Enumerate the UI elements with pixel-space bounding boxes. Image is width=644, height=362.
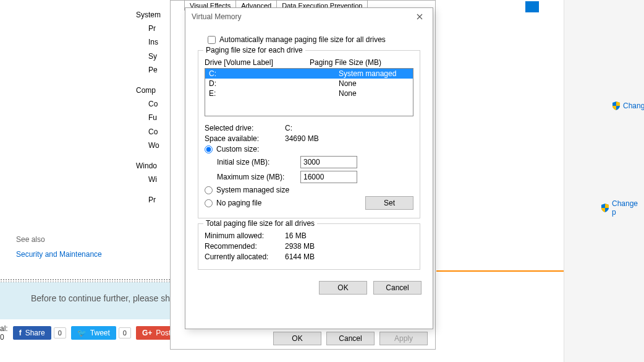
drive-row-d[interactable]: D: None [205, 79, 413, 88]
bg-item: Ins [136, 37, 161, 48]
bg-item: Fu [136, 112, 161, 124]
dialog-buttons: OK Cancel [185, 281, 433, 302]
space-available-value: 34690 MB [285, 134, 319, 143]
facebook-share-button[interactable]: fShare [13, 326, 51, 340]
selected-drive-value: C: [285, 124, 292, 132]
system-managed-label: System managed size [216, 186, 289, 194]
shield-icon [612, 101, 621, 110]
bg-item: Wo [136, 140, 161, 152]
bg-item: Sy [136, 51, 161, 62]
social-row: al: 0 fShare 0 🐦Tweet 0 G+Post [0, 319, 173, 347]
maximum-size-label: Maximum size (MB): [217, 173, 300, 181]
background-panel: System Pr Ins Sy Pe Comp Co Fu Co Wo Win… [0, 0, 173, 362]
no-paging-label: No paging file [216, 199, 261, 207]
security-maintenance-link[interactable]: Security and Maintenance [16, 250, 102, 259]
post-label: Post [156, 329, 171, 337]
drive-header-right: Paging File Size (MB) [310, 58, 381, 67]
total-paging-group-title: Total paging file size for all drives [203, 219, 317, 228]
bg-section-system: System [136, 9, 161, 21]
minimum-allowed-label: Minimum allowed: [205, 231, 285, 240]
virtual-memory-dialog: Virtual Memory Automatically manage pagi… [185, 7, 433, 329]
parent-cancel-button[interactable]: Cancel [326, 332, 375, 345]
drive-header-left: Drive [Volume Label] [205, 58, 310, 67]
social-prefix: al: 0 [0, 324, 8, 342]
bg-section-windo: Windo [136, 160, 161, 172]
bottom-banner: Before to continue further, please sh al… [0, 278, 173, 362]
custom-size-radio[interactable] [205, 145, 213, 153]
twitter-tweet-button[interactable]: 🐦Tweet [71, 326, 116, 340]
parent-ok-button[interactable]: OK [273, 332, 321, 345]
titlebar: Virtual Memory [185, 8, 433, 25]
initial-size-input[interactable] [300, 156, 357, 168]
recommended-label: Recommended: [205, 242, 285, 251]
set-button[interactable]: Set [365, 196, 413, 210]
custom-size-label: Custom size: [216, 145, 259, 153]
currently-allocated-row: Currently allocated: 6144 MB [205, 252, 413, 261]
change-link-2-label: Change p [612, 199, 644, 217]
drive-size: None [339, 89, 357, 98]
tweet-count: 0 [119, 327, 131, 338]
drive-row-e[interactable]: E: None [205, 88, 413, 98]
right-panel [564, 0, 644, 362]
orange-separator [436, 270, 564, 272]
currently-allocated-value: 6144 MB [285, 252, 315, 261]
maximum-size-input[interactable] [300, 171, 357, 183]
paging-file-group-title: Paging file size for each drive [203, 46, 305, 54]
total-paging-group: Total paging file size for all drives Mi… [198, 223, 420, 270]
share-label: Share [25, 329, 45, 337]
dialog-content: Automatically manage paging file size fo… [185, 25, 433, 281]
drive-header: Drive [Volume Label] Paging File Size (M… [205, 58, 413, 67]
currently-allocated-label: Currently allocated: [205, 252, 285, 261]
shield-icon [601, 204, 609, 212]
auto-manage-checkbox[interactable] [208, 36, 216, 44]
parent-dialog-buttons: OK Cancel Apply [273, 332, 428, 345]
cancel-button[interactable]: Cancel [373, 281, 422, 295]
background-sections: System Pr Ins Sy Pe Comp Co Fu Co Wo Win… [136, 9, 161, 208]
change-link-1-label: Chang [623, 101, 644, 110]
close-button[interactable] [413, 11, 426, 23]
share-count: 0 [54, 327, 66, 338]
drive-list[interactable]: C: System managed D: None E: None [205, 68, 413, 116]
drive-letter: C: [209, 69, 339, 78]
initial-size-row: Initial size (MB): [217, 156, 413, 168]
auto-manage-label: Automatically manage paging file size fo… [219, 35, 386, 44]
bg-item: Co [136, 126, 161, 138]
dialog-title: Virtual Memory [192, 12, 241, 21]
system-managed-radio[interactable] [205, 186, 213, 194]
drive-size: System managed [339, 69, 396, 78]
close-icon [417, 14, 423, 20]
custom-size-radio-row: Custom size: [205, 145, 413, 153]
bg-item: Pe [136, 64, 161, 76]
no-paging-radio-row: No paging file Set [205, 196, 413, 210]
minimum-allowed-value: 16 MB [285, 231, 307, 240]
drive-size: None [339, 79, 357, 88]
change-link-2[interactable]: Change p [601, 199, 644, 217]
initial-size-label: Initial size (MB): [217, 158, 300, 166]
banner-text: Before to continue further, please sh [0, 282, 173, 319]
windows-logo-icon [525, 1, 539, 12]
bg-item: Wi [136, 174, 161, 186]
selected-drive-label: Selected drive: [205, 124, 285, 132]
see-also-label: See also [16, 235, 45, 244]
paging-file-group: Paging file size for each drive Drive [V… [198, 50, 420, 218]
tweet-label: Tweet [90, 329, 110, 337]
selected-drive-row: Selected drive: C: [205, 124, 413, 132]
recommended-row: Recommended: 2938 MB [205, 242, 413, 251]
maximum-size-row: Maximum size (MB): [217, 171, 413, 183]
drive-row-c[interactable]: C: System managed [205, 69, 413, 79]
system-managed-radio-row: System managed size [205, 186, 413, 194]
no-paging-radio[interactable] [205, 199, 213, 207]
bg-section-comp: Comp [136, 85, 161, 97]
space-available-label: Space available: [205, 134, 285, 143]
drive-letter: E: [209, 89, 339, 98]
auto-manage-row: Automatically manage paging file size fo… [208, 35, 420, 44]
bg-item: Co [136, 98, 161, 110]
parent-apply-button[interactable]: Apply [379, 332, 428, 345]
bg-item: Pr [136, 23, 161, 35]
recommended-value: 2938 MB [285, 242, 315, 251]
space-available-row: Space available: 34690 MB [205, 134, 413, 143]
change-link-1[interactable]: Chang [612, 101, 644, 110]
ok-button[interactable]: OK [319, 281, 367, 295]
drive-letter: D: [209, 79, 339, 88]
bg-item: Pr [136, 194, 161, 206]
